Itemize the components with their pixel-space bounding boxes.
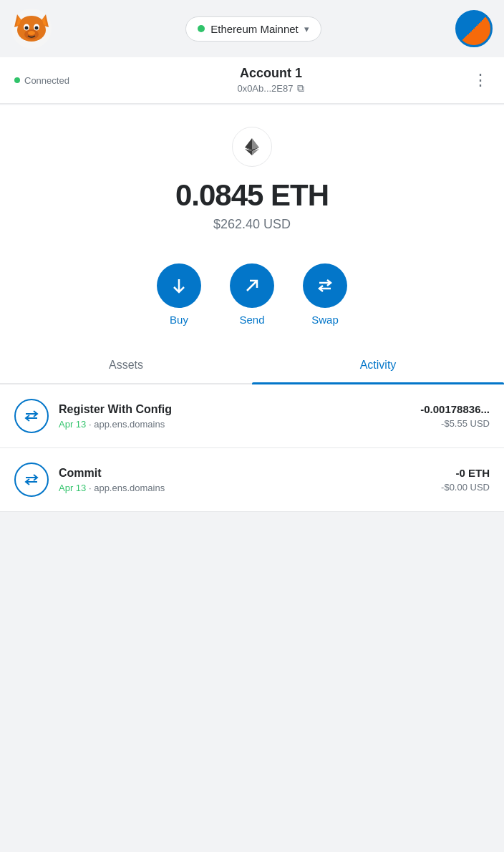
send-button[interactable]: Send [230,263,274,326]
activity-details: Register With Config Apr 13 · app.ens.do… [59,403,410,430]
action-buttons: Buy Send Swap [0,246,504,347]
tabs: Assets Activity [0,347,504,384]
svg-point-8 [28,31,35,35]
activity-eth-amount-2: -0 ETH [441,467,490,479]
activity-swap-icon-2 [14,463,49,497]
network-selector[interactable]: Ethereum Mainnet ▾ [185,16,321,42]
eth-logo [232,127,272,167]
swap-icon-circle [303,263,347,308]
svg-line-20 [247,281,257,291]
activity-amounts-2: -0 ETH -$0.00 USD [441,467,490,493]
metamask-logo [11,9,52,49]
activity-title: Register With Config [59,403,410,416]
buy-label: Buy [170,314,188,326]
buy-button[interactable]: Buy [157,263,201,326]
account-avatar[interactable] [455,10,493,47]
send-icon-circle [230,263,274,308]
header: Ethereum Mainnet ▾ [0,0,504,57]
balance-section: 0.0845 ETH $262.40 USD [0,105,504,246]
activity-date: Apr 13 [59,419,86,430]
activity-item[interactable]: Register With Config Apr 13 · app.ens.do… [0,384,504,448]
swap-button[interactable]: Swap [303,263,347,326]
activity-list: Register With Config Apr 13 · app.ens.do… [0,384,504,512]
account-bar: Connected Account 1 0x0Ab...2E87 ⧉ ⋮ [0,57,504,104]
main-content: 0.0845 ETH $262.40 USD Buy Send [0,105,504,512]
account-address-row: 0x0Ab...2E87 ⧉ [237,82,304,95]
account-address-text: 0x0Ab...2E87 [237,83,293,94]
tab-assets[interactable]: Assets [0,347,252,383]
activity-source: app.ens.domains [94,419,165,430]
connected-indicator [14,77,20,83]
send-label: Send [239,314,264,326]
svg-point-6 [20,16,43,30]
activity-meta-2: Apr 13 · app.ens.domains [59,483,431,493]
activity-eth-amount: -0.00178836... [420,403,490,415]
svg-point-12 [35,26,39,30]
activity-details-2: Commit Apr 13 · app.ens.domains [59,467,431,493]
buy-icon-circle [157,263,201,308]
copy-address-icon[interactable]: ⧉ [297,82,304,95]
activity-title-2: Commit [59,467,431,480]
more-options-icon[interactable]: ⋮ [472,71,490,89]
eth-balance: 0.0845 ETH [175,178,329,213]
activity-source-2: app.ens.domains [94,483,165,493]
activity-meta: Apr 13 · app.ens.domains [59,419,410,430]
activity-item[interactable]: Commit Apr 13 · app.ens.domains -0 ETH -… [0,448,504,512]
connection-status: Connected [14,75,69,86]
account-info: Account 1 0x0Ab...2E87 ⧉ [237,66,304,95]
account-name: Account 1 [237,66,304,81]
usd-balance: $262.40 USD [213,217,291,232]
connected-label: Connected [24,75,69,86]
activity-amounts: -0.00178836... -$5.55 USD [420,403,490,429]
svg-point-11 [25,26,29,30]
activity-date-2: Apr 13 [59,483,86,493]
network-name: Ethereum Mainnet [210,23,299,35]
activity-usd-amount: -$5.55 USD [420,418,490,429]
swap-label: Swap [311,314,339,326]
activity-swap-icon [14,399,49,433]
network-status-dot [198,25,205,32]
chevron-down-icon: ▾ [304,24,309,34]
tab-activity[interactable]: Activity [252,347,504,383]
activity-usd-amount-2: -$0.00 USD [441,482,490,493]
